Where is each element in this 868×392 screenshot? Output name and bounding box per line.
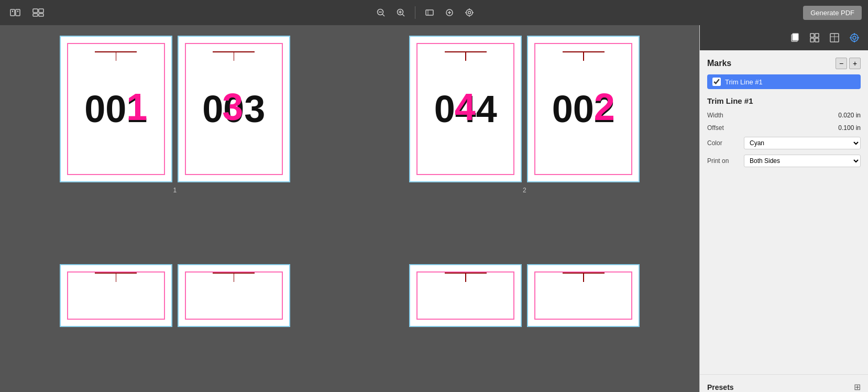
page-number-003: 0033 [202,90,265,128]
svg-rect-6 [33,9,38,13]
spread-3 [0,259,350,392]
generate-pdf-button[interactable]: Generate PDF [803,6,862,20]
fit-page-btn[interactable] [422,6,437,19]
offset-label: Offset [707,124,744,132]
page-001-inner: 0011 [67,43,165,175]
spread-3-pages [60,264,290,327]
page-bl2-inner [185,271,283,320]
zoom-all-btn[interactable] [462,6,477,19]
svg-rect-33 [815,38,819,42]
trim-line-item-label: Trim Line #1 [725,78,763,86]
toolbar-right: Generate PDF [803,6,862,20]
page-bl1-inner [67,271,165,320]
zoom-in-btn[interactable] [393,6,409,19]
main-toolbar: Generate PDF [0,0,868,25]
page-br2-inner [534,271,632,320]
panel-copy-btn[interactable] [786,30,803,45]
marks-remove-btn[interactable]: − [836,58,847,69]
page-number-044: 0444 [434,90,497,128]
presets-section: Presets ⊞ [700,374,868,392]
color-select[interactable]: Cyan Magenta Yellow Black Registration [744,137,861,149]
print-on-label: Print on [707,157,744,165]
spread-2: 0444 0022 2 [350,25,700,259]
trim-line-item[interactable]: Trim Line #1 [707,74,861,89]
zoom-fit-btn[interactable] [442,6,457,19]
presets-grid-icon[interactable]: ⊞ [854,382,861,392]
svg-rect-7 [39,9,43,13]
page-number-001: 0011 [84,90,147,128]
trim-line-properties: Trim Line #1 Width 0.020 in Offset 0.100… [700,96,868,172]
spread-4-pages [409,264,640,327]
spread-4 [350,259,700,392]
width-label: Width [707,112,744,119]
print-on-select[interactable]: Both Sides Front Only Back Only [744,155,861,167]
right-panel: Marks − + Trim Line #1 Trim Line #1 Widt… [699,25,868,392]
panel-toolbar [700,25,868,50]
color-label: Color [707,139,744,147]
svg-rect-31 [815,34,819,37]
svg-line-16 [402,14,404,16]
panel-grid-btn[interactable] [806,30,823,45]
svg-rect-30 [810,34,814,37]
page-003-inner: 0033 [185,43,283,175]
spread-1: 0011 0033 1 [0,25,350,259]
main-content: 0011 0033 1 [0,25,868,392]
toolbar-divider [415,6,415,19]
svg-rect-0 [10,9,15,16]
zoom-out-btn[interactable] [373,6,389,19]
toolbar-left [6,5,47,20]
props-title: Trim Line #1 [707,96,861,105]
marks-header: Marks − + [707,58,861,69]
spread-1-pages: 0011 0033 [60,36,290,182]
presets-header: Presets ⊞ [707,382,861,392]
svg-point-38 [853,36,856,39]
page-044: 0444 [409,36,522,182]
svg-line-12 [382,14,384,16]
page-number-002: 0022 [552,90,615,128]
spread-2-pages: 0444 0022 [409,36,640,182]
offset-row: Offset 0.100 in [707,124,861,132]
page-003: 0033 [178,36,290,182]
panel-spacer [700,172,868,374]
offset-value: 0.100 in [744,124,861,132]
page-001: 0011 [60,36,172,182]
color-row: Color Cyan Magenta Yellow Black Registra… [707,137,861,149]
page-br1-inner [416,271,514,320]
toolbar-center [51,6,799,19]
marks-section: Marks − + Trim Line #1 [700,50,868,96]
marks-add-btn[interactable]: + [849,58,861,69]
svg-point-37 [851,34,858,41]
page-002-inner: 0022 [534,43,632,175]
svg-rect-32 [810,38,814,42]
print-on-row: Print on Both Sides Front Only Back Only [707,155,861,167]
svg-point-22 [466,9,473,16]
layout-btn-1[interactable] [6,5,24,20]
marks-actions: − + [836,58,861,69]
svg-rect-29 [793,34,798,40]
page-044-inner: 0444 [416,43,514,175]
spread-2-label: 2 [523,187,526,194]
marks-title: Marks [707,59,731,68]
panel-table-btn[interactable] [826,30,843,45]
svg-point-23 [468,12,471,14]
svg-rect-8 [33,14,38,16]
page-bottom-right-1 [409,264,522,327]
presets-title: Presets [707,383,734,391]
width-value: 0.020 in [744,112,861,119]
page-bottom-right-2 [527,264,640,327]
svg-rect-9 [39,14,43,16]
trim-line-checkbox[interactable] [712,78,721,86]
panel-target-btn[interactable] [846,30,863,45]
layout-btn-2[interactable] [29,5,47,20]
page-002: 0022 [527,36,640,182]
svg-rect-1 [16,9,20,16]
canvas-area: 0011 0033 1 [0,25,699,392]
page-bottom-left-2 [178,264,290,327]
svg-rect-17 [426,10,433,15]
page-bottom-left-1 [60,264,172,327]
width-row: Width 0.020 in [707,112,861,119]
spread-1-label: 1 [173,187,177,194]
